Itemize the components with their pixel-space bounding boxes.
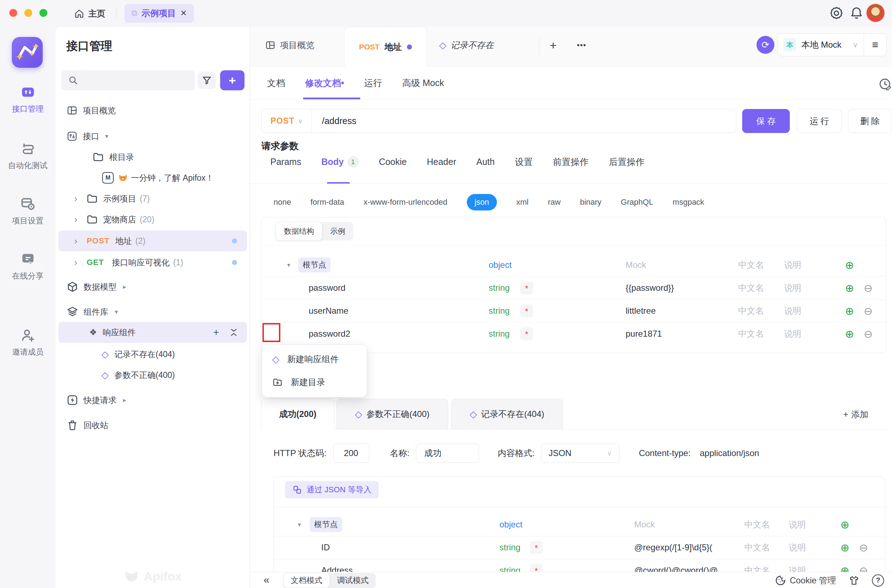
field-type[interactable]: string bbox=[489, 306, 510, 316]
body-type-raw[interactable]: raw bbox=[548, 198, 561, 207]
response-tab-success-200[interactable]: 成功(200) bbox=[261, 399, 334, 429]
sidebar-item-api-group[interactable]: 接口 ▾ bbox=[55, 126, 250, 147]
cn-name-placeholder[interactable]: 中文名 bbox=[738, 259, 764, 271]
save-button[interactable]: 保 存 bbox=[742, 109, 790, 133]
menu-item-new-response-component[interactable]: ◇ 新建响应组件 bbox=[262, 348, 367, 371]
body-type-binary[interactable]: binary bbox=[580, 198, 601, 207]
sidebar-item-get-visualization[interactable]: › GET 接口响应可视化 (1) bbox=[55, 252, 250, 273]
tab-post-address-active[interactable]: POST 地址 bbox=[344, 27, 427, 67]
param-tab-post-ops[interactable]: 后置操作 bbox=[609, 156, 645, 168]
content-format-select[interactable]: JSON ∨ bbox=[541, 444, 619, 463]
desc-placeholder[interactable]: 说明 bbox=[789, 542, 806, 553]
param-tab-settings[interactable]: 设置 bbox=[515, 156, 533, 168]
field-name[interactable]: ID bbox=[321, 543, 330, 552]
mode-debug[interactable]: 调试模式 bbox=[330, 573, 376, 588]
notifications-bell-icon[interactable] bbox=[849, 6, 864, 21]
sidebar-item-quick-request[interactable]: 快捷请求 ▸ bbox=[55, 390, 250, 411]
menu-item-new-folder[interactable]: 新建目录 bbox=[262, 371, 367, 394]
add-field-icon[interactable]: ⊕ bbox=[840, 519, 849, 531]
project-tab[interactable]: ⧉ 示例项目 ✕ bbox=[124, 4, 194, 22]
param-tab-body[interactable]: Body1 bbox=[321, 156, 359, 168]
param-tab-header[interactable]: Header bbox=[427, 157, 456, 167]
caret-down-icon[interactable]: ▾ bbox=[298, 521, 301, 528]
more-tabs-button[interactable]: ••• bbox=[577, 40, 586, 50]
desc-placeholder[interactable]: 说明 bbox=[784, 305, 801, 316]
new-tab-button[interactable]: + bbox=[550, 38, 557, 52]
desc-placeholder[interactable]: 说明 bbox=[784, 282, 801, 294]
param-tab-params[interactable]: Params bbox=[270, 157, 301, 167]
remove-field-icon[interactable]: ⊖ bbox=[864, 328, 873, 340]
field-type[interactable]: object bbox=[489, 260, 511, 270]
sidebar-item-sample-project[interactable]: › 示例项目 (7) bbox=[55, 188, 250, 209]
field-type[interactable]: string bbox=[489, 329, 510, 339]
theme-shirt-icon[interactable] bbox=[848, 575, 860, 586]
sync-button[interactable]: ⟳ bbox=[757, 36, 774, 54]
rail-item-online-share[interactable]: 在线分享 bbox=[0, 251, 55, 282]
sidebar-item-minute-doc[interactable]: M 一分钟，了解 Apifox！ bbox=[55, 167, 250, 188]
url-input[interactable]: /address bbox=[312, 116, 356, 126]
mock-value[interactable]: {{password}} bbox=[626, 283, 674, 293]
subtab-advanced-mock[interactable]: 高级 Mock bbox=[402, 77, 444, 89]
subtab-edit-doc[interactable]: 修改文档• bbox=[305, 77, 344, 89]
sidebar-item-response-components[interactable]: ❖ 响应组件 + bbox=[58, 322, 247, 343]
rail-item-api-management[interactable]: 接口管理 bbox=[0, 84, 55, 114]
root-node-chip[interactable]: 根节点 bbox=[310, 517, 342, 532]
cn-name-placeholder[interactable]: 中文名 bbox=[738, 305, 764, 316]
rail-item-project-settings[interactable]: 项目设置 bbox=[0, 196, 55, 226]
collapse-sidebar-button[interactable]: « bbox=[264, 574, 270, 586]
close-icon[interactable]: ✕ bbox=[180, 9, 187, 18]
cn-name-placeholder[interactable]: 中文名 bbox=[744, 542, 770, 553]
field-type[interactable]: object bbox=[499, 519, 522, 530]
subtab-run[interactable]: 运行 bbox=[364, 77, 382, 89]
sidebar-item-resp-400[interactable]: ◇ 参数不正确(400) bbox=[55, 364, 250, 386]
desc-placeholder[interactable]: 说明 bbox=[784, 328, 801, 339]
desc-placeholder[interactable]: 说明 bbox=[789, 519, 806, 530]
sidebar-item-pet-store[interactable]: › 宠物商店 (20) bbox=[55, 209, 250, 230]
rail-item-invite-members[interactable]: 邀请成员 bbox=[0, 327, 55, 357]
desc-placeholder[interactable]: 说明 bbox=[784, 259, 801, 271]
tab-project-overview[interactable]: 项目概览 bbox=[265, 39, 315, 51]
response-name-input[interactable]: 成功 bbox=[416, 444, 479, 463]
run-button[interactable]: 运 行 bbox=[797, 109, 842, 133]
mock-placeholder[interactable]: Mock bbox=[626, 260, 646, 270]
response-tab-404[interactable]: ◇ 记录不存在(404) bbox=[451, 399, 563, 429]
field-type[interactable]: string bbox=[489, 283, 510, 293]
mock-value[interactable]: @regexp(/[1-9]\d{5}( bbox=[634, 543, 742, 552]
sidebar-item-trash[interactable]: 回收站 bbox=[55, 415, 250, 436]
body-type-msgpack[interactable]: msgpack bbox=[673, 198, 704, 207]
user-avatar[interactable] bbox=[866, 4, 885, 22]
field-name[interactable]: userName bbox=[309, 306, 348, 316]
body-type-xml[interactable]: xml bbox=[516, 198, 528, 207]
param-tab-cookie[interactable]: Cookie bbox=[379, 157, 407, 167]
sidebar-item-resp-404[interactable]: ◇ 记录不存在(404) bbox=[55, 344, 250, 364]
remove-field-icon[interactable]: ⊖ bbox=[864, 282, 873, 294]
subtab-doc[interactable]: 文档 bbox=[267, 77, 285, 89]
add-field-icon[interactable]: ⊕ bbox=[845, 305, 854, 317]
body-type-form-data[interactable]: form-data bbox=[310, 198, 344, 207]
delete-button[interactable]: 删 除 bbox=[848, 109, 892, 133]
collapse-all-icon[interactable] bbox=[229, 328, 238, 337]
add-field-icon[interactable]: ⊕ bbox=[845, 282, 854, 294]
caret-down-icon[interactable]: ▾ bbox=[287, 261, 291, 269]
mode-doc[interactable]: 文档模式 bbox=[283, 573, 330, 588]
mock-value[interactable]: pure1871 bbox=[626, 329, 662, 339]
cn-name-placeholder[interactable]: 中文名 bbox=[738, 282, 764, 294]
rail-item-automated-testing[interactable]: 自动化测试 bbox=[0, 141, 55, 171]
home-button[interactable]: 主页 bbox=[74, 6, 105, 21]
sidebar-item-project-overview[interactable]: 项目概览 bbox=[55, 100, 250, 121]
remove-field-icon[interactable]: ⊖ bbox=[864, 305, 873, 317]
method-select[interactable]: POST ∨ bbox=[262, 110, 312, 133]
env-manage-button[interactable]: ≡ bbox=[864, 39, 886, 51]
filter-button[interactable] bbox=[198, 72, 216, 89]
settings-gear-icon[interactable] bbox=[829, 6, 844, 21]
body-type-urlencoded[interactable]: x-www-form-urlencoded bbox=[364, 198, 447, 207]
remove-field-icon[interactable]: ⊖ bbox=[859, 542, 868, 554]
help-button[interactable]: ? bbox=[872, 574, 884, 586]
history-clock-icon[interactable] bbox=[878, 77, 892, 92]
toggle-data-structure[interactable]: 数据结构 bbox=[276, 222, 322, 241]
param-tab-auth[interactable]: Auth bbox=[476, 157, 495, 167]
response-tab-400[interactable]: ◇ 参数不正确(400) bbox=[336, 399, 448, 429]
http-status-input[interactable]: 200 bbox=[333, 444, 369, 463]
sidebar-item-data-model[interactable]: 数据模型 ▸ bbox=[55, 276, 250, 297]
mock-placeholder[interactable]: Mock bbox=[634, 519, 655, 530]
